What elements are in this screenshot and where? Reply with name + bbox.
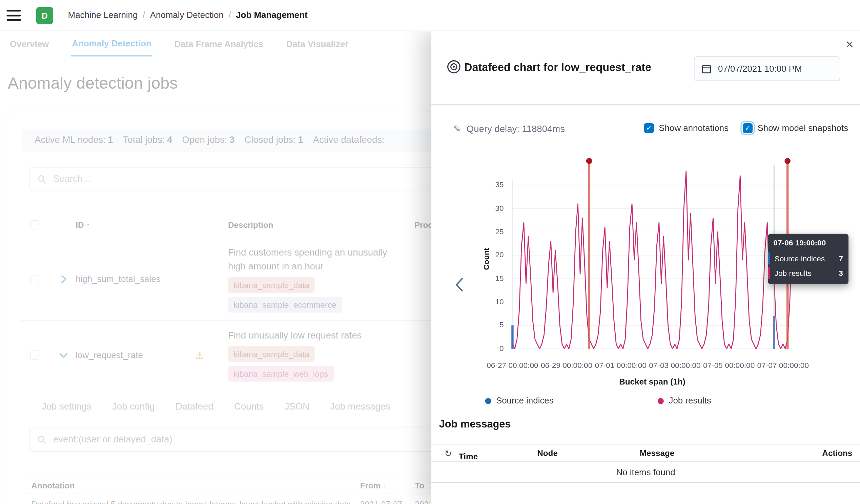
datafeed-chart-flyout: × Datafeed chart for low_request_rate 07… — [431, 31, 860, 504]
flyout-title: Datafeed chart for low_request_rate — [464, 61, 651, 74]
chart-tooltip: 07-06 19:00:00 Source indices 7 Job resu… — [768, 234, 848, 284]
y-tick-label: 0 — [479, 344, 503, 353]
job-description: Find unusually low request rates — [228, 329, 392, 342]
date-picker[interactable]: 07/07/2021 10:00 PM — [694, 57, 840, 81]
show-annotations-control: ✓ Show annotations — [644, 123, 729, 133]
tab-job-messages[interactable]: Job messages — [330, 401, 390, 412]
show-model-snapshots-control: ✓ Show model snapshots — [743, 123, 848, 133]
tooltip-row: Source indices 7 — [768, 251, 848, 266]
breadcrumb-anomaly-detection[interactable]: Anomaly Detection — [150, 11, 224, 20]
tab-job-config[interactable]: Job config — [112, 401, 155, 412]
select-all-checkbox[interactable] — [30, 220, 39, 229]
annotation-from: 2021-07-07 19:00:00 — [360, 498, 415, 504]
column-header-message: Message — [640, 448, 675, 458]
breadcrumb-separator: / — [143, 11, 145, 20]
job-messages-table-header: ↻ Time ↓ Node Message Actions — [431, 444, 860, 461]
tab-json[interactable]: JSON — [285, 401, 310, 412]
row-checkbox[interactable] — [30, 275, 39, 284]
stat-active-datafeeds: Active datafeeds: — [313, 135, 387, 146]
column-header-annotation: Annotation — [31, 480, 360, 489]
tab-datafeed[interactable]: Datafeed — [175, 401, 214, 412]
sort-asc-icon: ↑ — [86, 221, 90, 229]
y-tick-label: 15 — [479, 274, 503, 283]
breadcrumb-job-management: Job Management — [236, 11, 307, 20]
index-badge: kibana_sample_data — [228, 346, 315, 362]
index-badge: kibana_sample_ecommerce — [228, 297, 342, 313]
job-description-cell: Find unusually low request rates kibana_… — [228, 321, 414, 389]
stat-total-jobs: Total jobs:4 — [123, 135, 172, 146]
column-header-id[interactable]: ID ↑ — [75, 220, 195, 229]
divider — [431, 104, 860, 105]
empty-table-message: No items found — [431, 468, 860, 477]
refresh-icon[interactable]: ↻ — [445, 448, 452, 459]
x-tick-label: 07-07 00:00:00 — [753, 361, 813, 370]
breadcrumb: Machine Learning / Anomaly Detection / J… — [68, 11, 308, 20]
series-color-bar — [768, 267, 770, 279]
legend-item-source-indices: Source indices — [485, 396, 554, 406]
y-tick-label: 5 — [479, 321, 503, 329]
stat-open-jobs: Open jobs:3 — [182, 135, 234, 146]
date-picker-value: 07/07/2021 10:00 PM — [718, 64, 802, 73]
column-header-from[interactable]: From ↑ — [360, 480, 415, 489]
search-icon — [37, 435, 46, 444]
edit-pencil-icon[interactable]: ✎ — [454, 123, 461, 135]
index-badge: kibana_sample_web_logs — [228, 366, 334, 382]
app-root: D Machine Learning / Anomaly Detection /… — [0, 0, 860, 504]
job-id: high_sum_total_sales — [75, 274, 195, 284]
y-tick-label: 10 — [479, 297, 503, 306]
x-tick-label: 06-27 00:00:00 — [482, 361, 543, 370]
tab-anomaly-detection[interactable]: Anomaly Detection — [71, 32, 153, 56]
y-tick-label: 35 — [479, 180, 503, 189]
divider — [431, 482, 860, 483]
tab-job-settings[interactable]: Job settings — [42, 401, 91, 412]
show-annotations-label: Show annotations — [659, 123, 729, 133]
collapse-row-chevron-down-icon[interactable] — [58, 349, 70, 361]
expand-row-chevron-right-icon[interactable] — [58, 273, 70, 285]
tab-counts[interactable]: Counts — [234, 401, 263, 412]
job-description-cell: Find customers spending an unusually hig… — [228, 238, 414, 321]
x-tick-label: 07-05 00:00:00 — [699, 361, 759, 370]
job-id: low_request_rate — [75, 350, 195, 360]
breadcrumb-separator: / — [228, 11, 231, 20]
breadcrumb-machine-learning[interactable]: Machine Learning — [68, 11, 138, 20]
show-annotations-checkbox[interactable]: ✓ — [644, 123, 654, 133]
space-avatar[interactable]: D — [36, 7, 53, 24]
menu-icon[interactable] — [6, 10, 21, 21]
close-icon[interactable]: × — [846, 38, 854, 51]
show-model-snapshots-label: Show model snapshots — [758, 123, 848, 133]
query-delay-value: Query delay: 118804ms — [467, 123, 565, 134]
top-header: D Machine Learning / Anomaly Detection /… — [0, 0, 860, 31]
x-tick-label: 07-01 00:00:00 — [591, 361, 651, 370]
search-icon — [37, 174, 46, 183]
datafeed-chart[interactable] — [512, 157, 792, 349]
x-axis-title: Bucket span (1h) — [512, 377, 792, 386]
legend-dot — [658, 398, 664, 404]
datafeed-chart-icon — [447, 60, 461, 74]
tooltip-title: 07-06 19:00:00 — [768, 238, 848, 251]
y-tick-label: 30 — [479, 204, 503, 212]
x-tick-label: 06-29 00:00:00 — [536, 361, 597, 370]
show-model-snapshots-checkbox[interactable]: ✓ — [743, 123, 752, 133]
job-messages-title: Job messages — [439, 418, 511, 431]
legend-item-job-results: Job results — [658, 396, 711, 406]
tab-data-visualizer[interactable]: Data Visualizer — [285, 33, 350, 56]
column-header-description: Description — [228, 220, 414, 229]
tab-overview[interactable]: Overview — [9, 33, 50, 56]
warning-icon: ⚠ — [195, 349, 228, 361]
calendar-icon — [702, 64, 712, 73]
legend-dot — [485, 398, 491, 404]
column-header-actions: Actions — [822, 448, 852, 458]
space-avatar-letter: D — [42, 11, 48, 20]
series-color-bar — [768, 252, 770, 264]
job-description: Find customers spending an unusually hig… — [228, 246, 392, 273]
stat-active-ml-nodes: Active ML nodes:1 — [34, 135, 113, 146]
row-checkbox[interactable] — [30, 350, 39, 359]
column-header-node: Node — [537, 448, 558, 458]
y-tick-label: 20 — [479, 251, 503, 259]
sort-desc-icon: ↓ — [459, 452, 462, 460]
tab-data-frame-analytics[interactable]: Data Frame Analytics — [173, 33, 264, 56]
x-tick-label: 07-03 00:00:00 — [645, 361, 705, 370]
chart-previous-chevron-left-icon[interactable] — [454, 276, 465, 296]
annotation-text: Datafeed has missed 5 documents due to i… — [31, 498, 360, 504]
sort-asc-icon: ↑ — [383, 481, 387, 490]
